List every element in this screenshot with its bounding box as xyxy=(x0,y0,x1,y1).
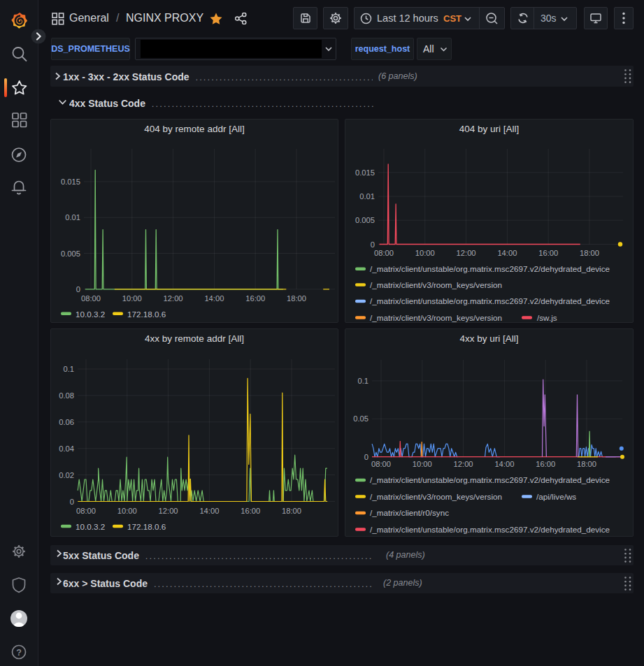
svg-text:0.04: 0.04 xyxy=(59,444,74,453)
svg-text:/_matrix/client/v3/room_keys/v: /_matrix/client/v3/room_keys/version xyxy=(370,492,502,501)
svg-text:18:00: 18:00 xyxy=(577,460,596,468)
svg-text:/_matrix/client/r0/sync: /_matrix/client/r0/sync xyxy=(370,508,449,517)
svg-text:14:00: 14:00 xyxy=(204,294,224,303)
svg-text:08:00: 08:00 xyxy=(374,249,394,257)
svg-text:/_matrix/client/unstable/org.m: /_matrix/client/unstable/org.matrix.msc2… xyxy=(370,475,610,484)
svg-text:14:00: 14:00 xyxy=(494,460,514,468)
svg-text:14:00: 14:00 xyxy=(199,507,219,515)
svg-text:0.05: 0.05 xyxy=(353,414,368,423)
svg-text:0: 0 xyxy=(76,285,80,294)
svg-text:12:00: 12:00 xyxy=(457,249,476,257)
svg-text:172.18.0.6: 172.18.0.6 xyxy=(127,522,166,531)
svg-text:10:00: 10:00 xyxy=(122,294,142,303)
svg-text:0.02: 0.02 xyxy=(59,471,74,479)
svg-text:0.08: 0.08 xyxy=(59,391,74,400)
svg-text:16:00: 16:00 xyxy=(538,249,558,257)
svg-text:0: 0 xyxy=(70,498,74,506)
svg-text:0.1: 0.1 xyxy=(63,365,74,373)
svg-text:/api/live/ws: /api/live/ws xyxy=(536,492,576,501)
svg-text:0: 0 xyxy=(371,240,375,249)
svg-text:18:00: 18:00 xyxy=(580,249,599,257)
svg-text:172.18.0.6: 172.18.0.6 xyxy=(127,310,166,319)
svg-text:?: ? xyxy=(16,648,22,658)
svg-text:/_matrix/client/v3/room_keys/v: /_matrix/client/v3/room_keys/version xyxy=(370,280,502,289)
svg-text:08:00: 08:00 xyxy=(371,460,391,468)
svg-text:16:00: 16:00 xyxy=(245,294,265,303)
svg-text:18:00: 18:00 xyxy=(282,507,301,515)
svg-text:0.015: 0.015 xyxy=(61,178,80,186)
svg-text:10:00: 10:00 xyxy=(117,507,137,515)
svg-text:0: 0 xyxy=(364,453,368,461)
svg-text:0.06: 0.06 xyxy=(59,418,74,426)
svg-text:0.01: 0.01 xyxy=(359,192,375,201)
svg-text:12:00: 12:00 xyxy=(454,460,473,468)
svg-text:0.1: 0.1 xyxy=(357,377,368,385)
svg-text:/_matrix/client/unstable/org.m: /_matrix/client/unstable/org.matrix.msc2… xyxy=(370,264,610,273)
svg-text:16:00: 16:00 xyxy=(241,507,260,515)
svg-text:10:00: 10:00 xyxy=(415,249,435,257)
svg-text:0.015: 0.015 xyxy=(355,168,375,177)
svg-text:12:00: 12:00 xyxy=(159,507,178,515)
svg-text:/_matrix/client/unstable/org.m: /_matrix/client/unstable/org.matrix.msc2… xyxy=(370,296,610,305)
svg-text:/_matrix/client/unstable/org.m: /_matrix/client/unstable/org.matrix.msc2… xyxy=(370,525,610,534)
svg-text:10.0.3.2: 10.0.3.2 xyxy=(76,522,105,531)
svg-text:0.005: 0.005 xyxy=(355,216,375,224)
svg-text:0.005: 0.005 xyxy=(61,249,80,258)
svg-text:08:00: 08:00 xyxy=(81,294,101,303)
svg-text:/_matrix/client/v3/room_keys/v: /_matrix/client/v3/room_keys/version xyxy=(370,313,502,322)
svg-text:12:00: 12:00 xyxy=(164,294,183,303)
svg-text:16:00: 16:00 xyxy=(536,460,555,468)
svg-text:18:00: 18:00 xyxy=(287,294,306,303)
svg-text:/sw.js: /sw.js xyxy=(537,313,557,322)
svg-text:0.01: 0.01 xyxy=(65,213,80,222)
svg-text:14:00: 14:00 xyxy=(497,249,517,257)
svg-text:08:00: 08:00 xyxy=(76,507,96,515)
svg-text:10.0.3.2: 10.0.3.2 xyxy=(76,310,105,319)
svg-text:10:00: 10:00 xyxy=(413,460,432,468)
